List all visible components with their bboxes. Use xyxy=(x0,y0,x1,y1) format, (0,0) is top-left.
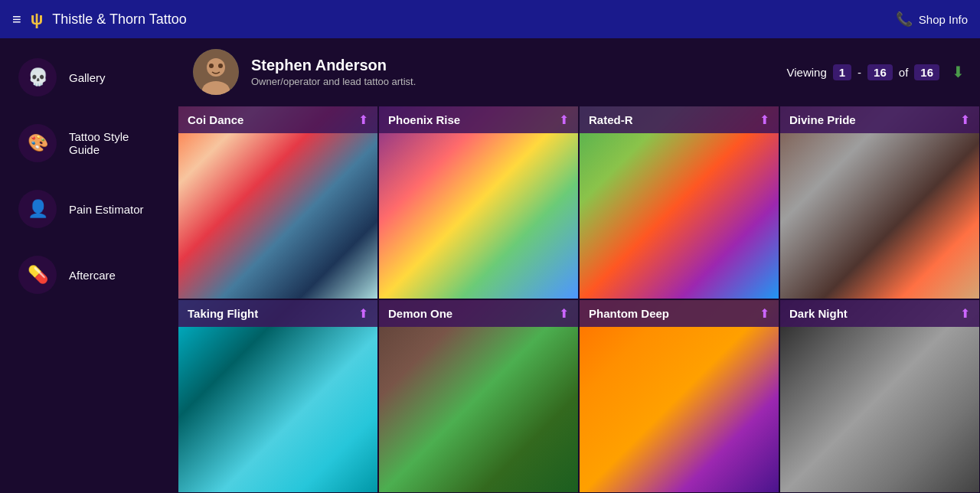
pain-estimator-icon: 👤 xyxy=(18,190,57,228)
phantom-deep-title: Phantom Deep xyxy=(589,307,669,320)
viewing-dash: - xyxy=(858,66,861,79)
gallery-item-demon-one[interactable]: Demon One ⬆ xyxy=(378,299,579,493)
dark-night-expand-icon[interactable]: ⬆ xyxy=(960,306,970,321)
phantom-deep-expand-icon[interactable]: ⬆ xyxy=(760,306,769,321)
svg-point-4 xyxy=(218,64,223,68)
download-icon[interactable]: ⬇ xyxy=(952,63,965,81)
rated-r-header: Rated-R ⬆ xyxy=(580,106,779,133)
brand-name: Thistle & Thorn Tattoo xyxy=(52,11,186,28)
phantom-deep-image xyxy=(580,300,779,492)
gallery-item-taking-flight[interactable]: Taking Flight ⬆ xyxy=(178,299,378,493)
dark-night-header: Dark Night ⬆ xyxy=(780,300,979,327)
artist-header: Stephen Anderson Owner/operator and lead… xyxy=(178,38,980,106)
gallery-icon: 💀 xyxy=(18,58,57,96)
rated-r-expand-icon[interactable]: ⬆ xyxy=(760,113,769,127)
divine-pride-header: Divine Pride ⬆ xyxy=(780,106,979,133)
gallery-item-phoenix-rise[interactable]: Phoenix Rise ⬆ xyxy=(378,106,579,299)
sidebar-item-aftercare[interactable]: 💊 Aftercare xyxy=(6,245,172,305)
sidebar-label-aftercare: Aftercare xyxy=(69,269,116,282)
viewing-label: Viewing xyxy=(787,66,827,79)
artist-name: Stephen Anderson xyxy=(251,57,416,74)
dark-night-title: Dark Night xyxy=(789,307,848,320)
sidebar-item-gallery[interactable]: 💀 Gallery xyxy=(6,47,172,107)
svg-point-3 xyxy=(209,64,214,68)
viewing-end: 16 xyxy=(867,64,893,80)
top-nav: ≡ ψ Thistle & Thorn Tattoo 📞 Shop Info xyxy=(0,0,980,38)
gallery-item-divine-pride[interactable]: Divine Pride ⬆ xyxy=(779,106,980,299)
divine-pride-title: Divine Pride xyxy=(789,113,856,126)
phoenix-rise-header: Phoenix Rise ⬆ xyxy=(379,106,578,133)
phoenix-rise-image xyxy=(379,106,578,299)
sidebar-item-style-guide[interactable]: 🎨 Tattoo Style Guide xyxy=(6,113,172,173)
coi-dance-title: Coi Dance xyxy=(188,113,243,126)
taking-flight-header: Taking Flight ⬆ xyxy=(178,300,377,327)
viewing-info: Viewing 1 - 16 of 16 ⬇ xyxy=(787,63,965,81)
gallery-grid: Coi Dance ⬆ Phoenix Rise ⬆ Rated-R ⬆ Div… xyxy=(178,106,980,493)
sidebar: 💀 Gallery 🎨 Tattoo Style Guide 👤 Pain Es… xyxy=(0,38,178,493)
phone-icon: 📞 xyxy=(896,11,913,28)
content-area: Stephen Anderson Owner/operator and lead… xyxy=(178,38,980,493)
taking-flight-image xyxy=(178,300,377,492)
sidebar-label-pain-estimator: Pain Estimator xyxy=(69,203,144,216)
dark-night-image xyxy=(780,300,979,492)
gallery-item-coi-dance[interactable]: Coi Dance ⬆ xyxy=(178,106,378,299)
shop-info-label: Shop Info xyxy=(919,13,968,26)
artist-info: Stephen Anderson Owner/operator and lead… xyxy=(193,49,416,95)
gallery-item-phantom-deep[interactable]: Phantom Deep ⬆ xyxy=(579,299,779,493)
rated-r-title: Rated-R xyxy=(589,113,633,126)
phoenix-rise-title: Phoenix Rise xyxy=(388,113,460,126)
coi-dance-image xyxy=(178,106,377,299)
coi-dance-expand-icon[interactable]: ⬆ xyxy=(358,113,368,127)
rated-r-image xyxy=(580,106,779,299)
viewing-start: 1 xyxy=(833,64,851,80)
hamburger-icon[interactable]: ≡ xyxy=(12,11,21,28)
avatar xyxy=(193,49,239,95)
sidebar-label-gallery: Gallery xyxy=(69,71,106,84)
taking-flight-expand-icon[interactable]: ⬆ xyxy=(358,306,368,321)
viewing-total: 16 xyxy=(914,64,939,80)
gallery-item-rated-r[interactable]: Rated-R ⬆ xyxy=(579,106,779,299)
top-nav-left: ≡ ψ Thistle & Thorn Tattoo xyxy=(12,9,187,29)
divine-pride-expand-icon[interactable]: ⬆ xyxy=(960,113,970,127)
main-layout: 💀 Gallery 🎨 Tattoo Style Guide 👤 Pain Es… xyxy=(0,38,980,493)
gallery-item-dark-night[interactable]: Dark Night ⬆ xyxy=(779,299,980,493)
sidebar-item-pain-estimator[interactable]: 👤 Pain Estimator xyxy=(6,179,172,239)
viewing-of: of xyxy=(899,66,909,79)
phoenix-rise-expand-icon[interactable]: ⬆ xyxy=(559,113,569,127)
taking-flight-title: Taking Flight xyxy=(188,307,258,320)
shop-info-button[interactable]: 📞 Shop Info xyxy=(896,11,968,28)
demon-one-expand-icon[interactable]: ⬆ xyxy=(559,306,569,321)
demon-one-image xyxy=(379,300,578,492)
divine-pride-image xyxy=(780,106,979,299)
brand-logo-icon: ψ xyxy=(31,9,44,29)
aftercare-icon: 💊 xyxy=(18,256,57,294)
style-guide-icon: 🎨 xyxy=(18,124,57,162)
coi-dance-header: Coi Dance ⬆ xyxy=(178,106,377,133)
demon-one-header: Demon One ⬆ xyxy=(379,300,578,327)
sidebar-label-style-guide: Tattoo Style Guide xyxy=(69,130,159,156)
phantom-deep-header: Phantom Deep ⬆ xyxy=(580,300,779,327)
demon-one-title: Demon One xyxy=(388,307,452,320)
artist-role: Owner/operator and lead tattoo artist. xyxy=(251,76,416,87)
